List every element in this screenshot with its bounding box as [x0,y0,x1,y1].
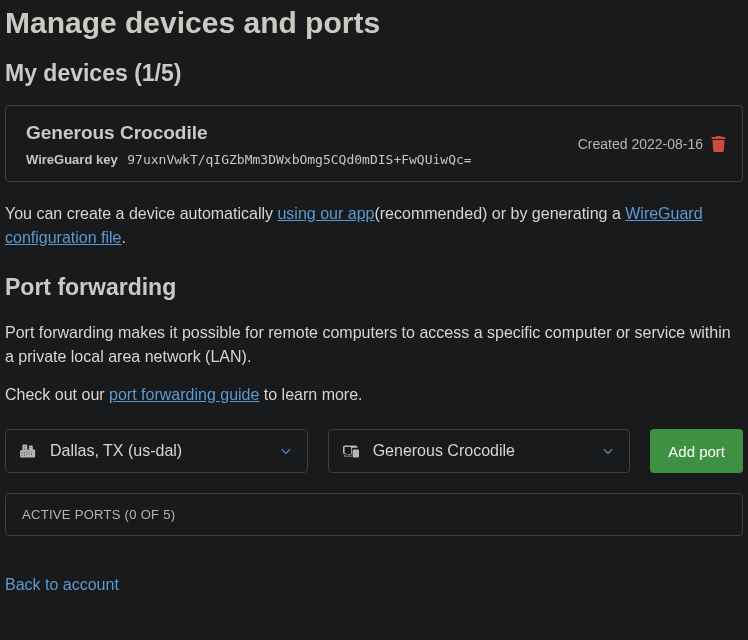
add-port-button[interactable]: Add port [650,429,743,473]
wireguard-key-value: 97uxnVwkT/qIGZbMm3DWxbOmg5CQd0mDIS+FwQUi… [127,152,471,167]
chevron-down-icon [601,444,615,458]
location-select[interactable]: Dallas, TX (us-dal) [5,429,308,473]
create-device-text: You can create a device automatically us… [5,202,743,250]
port-forwarding-guide-text: Check out our port forwarding guide to l… [5,383,743,407]
port-forwarding-description: Port forwarding makes it possible for re… [5,321,743,369]
device-select[interactable]: Generous Crocodile [328,429,631,473]
devices-icon [343,443,359,459]
device-created-label: Created 2022-08-16 [578,136,703,152]
location-select-value: Dallas, TX (us-dal) [50,442,265,460]
city-icon [20,443,36,459]
my-devices-heading: My devices (1/5) [5,60,743,87]
active-ports-panel: ACTIVE PORTS (0 OF 5) [5,493,743,536]
trash-icon[interactable] [711,136,726,152]
port-forwarding-controls: Dallas, TX (us-dal) Generous Crocodile A… [5,429,743,473]
device-select-value: Generous Crocodile [373,442,588,460]
wireguard-key-label: WireGuard key [26,152,118,167]
using-our-app-link[interactable]: using our app [277,205,374,222]
device-card: Generous Crocodile WireGuard key 97uxnVw… [5,105,743,182]
port-forwarding-heading: Port forwarding [5,274,743,301]
wireguard-key-row: WireGuard key 97uxnVwkT/qIGZbMm3DWxbOmg5… [26,152,722,167]
port-forwarding-guide-link[interactable]: port forwarding guide [109,386,259,403]
chevron-down-icon [279,444,293,458]
back-to-account-link[interactable]: Back to account [5,576,119,593]
page-title: Manage devices and ports [5,6,743,40]
